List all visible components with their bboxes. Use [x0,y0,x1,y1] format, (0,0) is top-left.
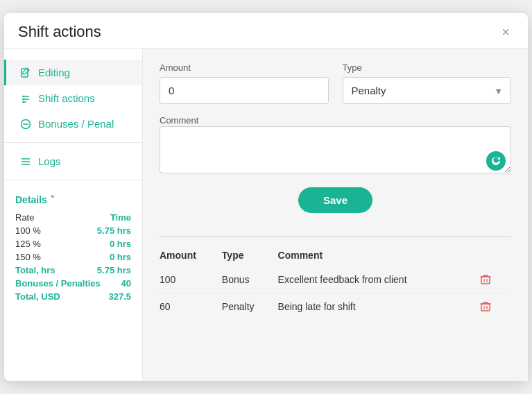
comment-group: Comment [160,114,511,176]
svg-point-4 [23,95,24,96]
refresh-button[interactable] [486,151,506,171]
details-header-row: Rate Time [15,211,131,224]
details-row-bonuses: Bonuses / Penalties 40 [15,277,131,290]
modal-title: Shift actions [18,23,101,41]
col-actions [477,247,511,266]
details-row-125: 125 % 0 hrs [15,237,131,250]
sidebar-item-bonuses[interactable]: Bonuses / Penal [4,111,142,137]
cell-comment: Excellent feedback from client [278,266,477,293]
cell-comment: Being late for shift [278,293,477,320]
sidebar-item-editing-label: Editing [38,67,70,78]
save-button[interactable]: Save [298,187,372,213]
sidebar-divider [4,142,142,143]
bonuses-icon [20,119,31,130]
rate-label: Rate [15,212,34,223]
total-usd-val: 327.5 [108,291,131,302]
total-hrs-label: Total, hrs [15,265,55,275]
table-row: 60PenaltyBeing late for shift [160,293,511,320]
logs-icon [20,156,31,167]
cell-amount: 100 [160,266,222,293]
actions-table: Amount Type Comment 100BonusExcellent fe… [160,247,511,320]
type-select[interactable]: Penalty Bonus [343,77,512,104]
shift-actions-icon [20,93,31,104]
sidebar-item-editing[interactable]: Editing [4,60,142,85]
bonuses-penalties-label: Bonuses / Penalties [15,278,101,289]
rate-125: 125 % [15,239,41,249]
cell-amount: 60 [160,293,222,320]
delete-button[interactable] [477,272,495,287]
table-divider [160,237,511,237]
cell-delete [477,293,511,320]
cell-type: Bonus [222,266,278,293]
modal: Shift actions × Editing [4,13,528,381]
details-toggle[interactable]: Details ˅ [15,194,131,205]
sidebar-item-shift-actions[interactable]: Shift actions [4,85,142,111]
modal-body: Editing Shift actions [4,49,528,381]
comment-label: Comment [160,115,198,126]
rate-100: 100 % [15,225,41,236]
sidebar-item-logs[interactable]: Logs [4,148,142,174]
sidebar: Editing Shift actions [4,49,143,381]
comment-textarea[interactable] [160,126,511,173]
comment-wrapper [160,126,511,176]
amount-input[interactable] [160,77,329,104]
amount-label: Amount [160,62,329,73]
amount-group: Amount [160,62,329,104]
time-label: Time [110,212,131,223]
sidebar-divider-2 [4,180,142,180]
sidebar-item-logs-label: Logs [38,155,61,167]
col-type: Type [222,247,278,266]
rate-150: 150 % [15,252,41,262]
table-header-row: Amount Type Comment [160,247,511,266]
main-content: Amount Type Penalty Bonus ▼ Commen [143,49,528,381]
close-button[interactable]: × [497,24,514,40]
type-group: Type Penalty Bonus ▼ [343,62,512,104]
sidebar-item-bonuses-label: Bonuses / Penal [38,118,114,130]
form-row-amount-type: Amount Type Penalty Bonus ▼ [160,62,511,104]
details-section: Details ˅ Rate Time 100 % 5.75 hrs 125 %… [4,186,142,303]
col-amount: Amount [160,247,222,266]
type-select-wrapper: Penalty Bonus ▼ [343,77,512,104]
table-row: 100BonusExcellent feedback from client [160,266,511,293]
type-label: Type [343,62,512,73]
modal-header: Shift actions × [4,13,528,49]
sidebar-item-shift-actions-label: Shift actions [38,92,95,104]
cell-type: Penalty [222,293,278,320]
details-row-150: 150 % 0 hrs [15,250,131,264]
delete-button[interactable] [477,299,495,314]
svg-point-6 [23,101,24,102]
total-usd-label: Total, USD [15,291,60,302]
total-hrs-val: 5.75 hrs [97,265,131,275]
edit-icon [20,67,31,78]
details-row-total-usd: Total, USD 327.5 [15,290,131,303]
details-row-total-hrs: Total, hrs 5.75 hrs [15,264,131,277]
svg-rect-12 [481,277,490,284]
time-100: 5.75 hrs [97,225,131,236]
bonuses-penalties-val: 40 [121,278,131,289]
cell-delete [477,266,511,293]
col-comment: Comment [278,247,477,266]
details-table: Rate Time 100 % 5.75 hrs 125 % 0 hrs 150… [15,211,131,303]
svg-rect-16 [481,304,490,311]
svg-point-5 [23,98,24,99]
time-150: 0 hrs [110,252,131,262]
details-row-100: 100 % 5.75 hrs [15,224,131,237]
time-125: 0 hrs [110,239,131,249]
